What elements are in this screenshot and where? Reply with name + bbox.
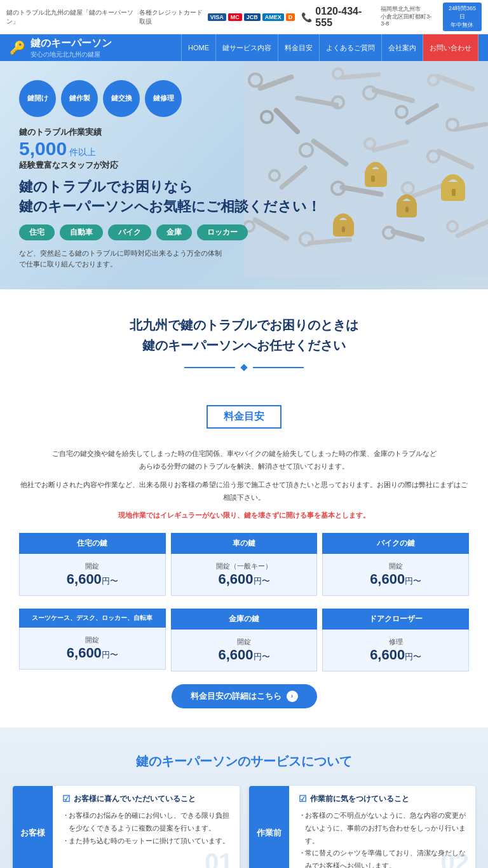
price-desc1: ご自宅の鍵交換や鍵を紛失してしまった時の住宅関係、車やバイクの鍵を紛失してしまっ… <box>19 448 469 473</box>
service-title-brand: 鍵のキーパーソン <box>136 754 238 768</box>
visa-badge: VISA <box>208 13 226 21</box>
logo-sub: 安心の地元北九州の鍵屋 <box>30 50 112 59</box>
logo-text: 鍵のキーパーソン <box>30 37 112 50</box>
badge-kagikoukai: 鍵交換 <box>103 80 140 117</box>
cat-locker: ロッカー <box>197 224 248 240</box>
jcb-badge: JCB <box>244 13 261 21</box>
hero-stats: 鍵のトラブル作業実績 5,000 件以上 経験豊富なスタッフが対応 <box>19 127 469 171</box>
nav-about[interactable]: 会社案内 <box>382 34 423 61</box>
hero-content: 鍵開け 鍵作製 鍵交換 鍵修理 鍵のトラブル作業実績 5,000 件以上 経験豊… <box>19 80 469 270</box>
price-grid-top: 住宅の鍵 開錠 6,600円〜 車の鍵 開錠（一般キー） 6,600円〜 バイク… <box>19 533 469 596</box>
service-card-before: 作業前 ☑ 作業前に気をつけていること お客様のご不明点がないように、急な内容の… <box>249 786 476 868</box>
price-section: 料金目安 ご自宅の鍵交換や鍵を紛失してしまった時の住宅関係、車やバイクの鍵を紛失… <box>0 399 488 727</box>
master-badge: MC <box>228 13 242 21</box>
badge-kagisei: 鍵作製 <box>61 80 98 117</box>
service-card-customer: お客様 ☑ お客様に喜んでいただいていること お客様のお悩みを的確にお伺いし、で… <box>13 786 240 868</box>
service-label-before: 作業前 <box>249 786 289 868</box>
check-icon-1: ☑ <box>62 794 71 804</box>
arrow-icon: › <box>287 691 298 702</box>
key-logo-icon: 🔑 <box>10 40 25 55</box>
phone-box: 📞 0120-434-555 <box>301 6 374 29</box>
credit-cards: 各種クレジットカード取扱 VISA MC JCB AMEX D <box>139 8 295 26</box>
service-title: 鍵のキーパーソンのサービスについて <box>13 753 475 770</box>
price-grid-bottom: スーツケース、デスク、ロッカー、自転車 開錠 6,600円〜 金庫の鍵 開錠 6… <box>19 609 469 672</box>
hero-badges: 鍵開け 鍵作製 鍵交換 鍵修理 <box>19 80 469 117</box>
cat-juutaku: 住宅 <box>19 224 55 240</box>
price-card-safe: 金庫の鍵 開錠 6,600円〜 <box>171 609 318 672</box>
price-card-locker: スーツケース、デスク、ロッカー、自転車 開錠 6,600円〜 <box>19 609 166 672</box>
nav-contact[interactable]: お問い合わせ <box>423 34 478 61</box>
amex-badge: AMEX <box>262 13 284 21</box>
phone-icon: 📞 <box>301 12 312 22</box>
nav-faq[interactable]: よくあるご質問 <box>320 34 382 61</box>
hero-categories: 住宅 自動車 バイク 金庫 ロッカー <box>19 224 469 240</box>
service-section: 鍵のキーパーソンのサービスについて お客様 ☑ お客様に喜んでいただいていること… <box>0 727 488 868</box>
section-divider <box>13 365 475 370</box>
address-box: 福岡県北九州市 小倉北区田町都町3-3-8 <box>381 6 437 28</box>
price-warning: 現地作業ではイレギュラーがない限り、鍵を壊さずに開ける事を基本とします。 <box>19 511 469 520</box>
hero-desc: など、突然起こる鍵のトラブルに即時対応出来るよう万全の体制で仕事に取り組んでおり… <box>19 248 222 270</box>
price-detail-button[interactable]: 料金目安の詳細はこちら › <box>172 684 317 708</box>
service-grid: お客様 ☑ お客様に喜んでいただいていること お客様のお悩みを的確にお伺いし、で… <box>13 786 475 868</box>
price-card-door: ドアクローザー 修理 6,600円〜 <box>322 609 469 672</box>
phone-number: 0120-434-555 <box>315 6 374 29</box>
header: 🔑 鍵のキーパーソン 安心の地元北九州の鍵屋 HOME 鍵サービス内容 料金目安… <box>0 34 488 61</box>
badge-kagishuri: 鍵修理 <box>145 80 182 117</box>
price-card-car: 車の鍵 開錠（一般キー） 6,600円〜 <box>171 533 318 596</box>
check-icon-2: ☑ <box>299 794 307 804</box>
service-card-list-1: お客様のお悩みを的確にお伺いし、できる限り負担を少なくできるように複数の提案を行… <box>62 809 230 847</box>
logo-area: 🔑 鍵のキーパーソン 安心の地元北九州の鍵屋 <box>10 37 112 59</box>
badge-kaijouke: 鍵開け <box>19 80 56 117</box>
nav-pricing[interactable]: 料金目安 <box>278 34 320 61</box>
hero-title: 鍵のトラブルでお困りなら 鍵のキーパーソンへお気軽にご相談ください！ <box>19 177 469 217</box>
hours-badge: 24時間365日 年中無休 <box>443 3 482 31</box>
price-section-title: 料金目安 <box>207 405 281 429</box>
page-tab-title: 鍵のトラブル北九州の鍵屋「鍵のキーパーソン」 <box>6 8 139 26</box>
price-card-house: 住宅の鍵 開錠 6,600円〜 <box>19 533 166 596</box>
cat-bike: バイク <box>108 224 151 240</box>
service-card-title-1: ☑ お客様に喜んでいただいていること <box>62 794 230 804</box>
nav-menu: HOME 鍵サービス内容 料金目安 よくあるご質問 会社案内 お問い合わせ <box>181 34 478 61</box>
price-card-bike: バイクの鍵 開錠 6,600円〜 <box>322 533 469 596</box>
price-desc2: 他社でお断りされた内容や作業など、出来る限りお客様の希望に沿う形で施工させて頂き… <box>19 479 469 504</box>
trust-section: 北九州で鍵のトラブルでお困りのときは 鍵のキーパーソンへお任せください <box>0 289 488 399</box>
nav-services[interactable]: 鍵サービス内容 <box>216 34 278 61</box>
nav-home[interactable]: HOME <box>181 34 216 61</box>
cat-safe: 金庫 <box>156 224 192 240</box>
trust-title: 北九州で鍵のトラブルでお困りのときは 鍵のキーパーソンへお任せください <box>13 315 475 355</box>
top-bar-right: 各種クレジットカード取扱 VISA MC JCB AMEX D 📞 0120-4… <box>139 3 482 31</box>
price-cta: 料金目安の詳細はこちら › <box>19 684 469 708</box>
cat-car: 自動車 <box>60 224 103 240</box>
top-bar: 鍵のトラブル北九州の鍵屋「鍵のキーパーソン」 各種クレジットカード取扱 VISA… <box>0 0 488 34</box>
service-label-customer: お客様 <box>13 786 53 868</box>
hero-section: 鍵開け 鍵作製 鍵交換 鍵修理 鍵のトラブル作業実績 5,000 件以上 経験豊… <box>0 61 488 289</box>
discover-badge: D <box>286 13 295 21</box>
service-card-title-2: ☑ 作業前に気をつけていること <box>299 794 466 804</box>
